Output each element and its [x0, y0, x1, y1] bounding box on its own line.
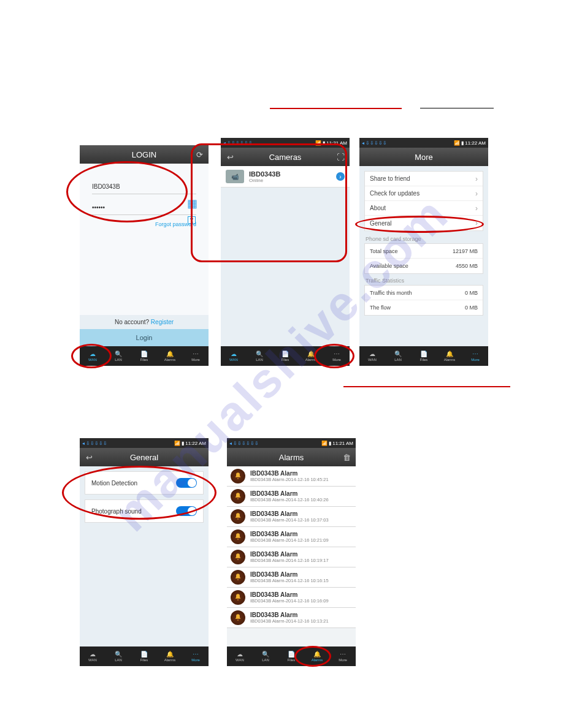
- nav-more[interactable]: ⋯More: [183, 346, 209, 366]
- more-item-general[interactable]: General›: [365, 216, 483, 230]
- nav-wan[interactable]: ☁WAN: [80, 346, 105, 366]
- alarm-row[interactable]: IBD0343B AlarmIBD0343B Alarm-2014-12-16 …: [227, 466, 356, 487]
- annotation-redline-top: [270, 108, 402, 109]
- expand-icon[interactable]: ⛶: [331, 148, 350, 166]
- bell-icon: [231, 550, 245, 564]
- screenshot-alarms: ◂ ⇩⇩⇩⇩⇩⇩ 📶 ▮11:21 AM Alarms 🗑 IBD0343B A…: [227, 438, 356, 666]
- bell-icon: [231, 610, 245, 625]
- photo-toggle[interactable]: [176, 506, 197, 516]
- nav-more[interactable]: ⋯More: [462, 346, 488, 366]
- refresh-icon[interactable]: ⟳: [190, 145, 209, 164]
- motion-label: Motion Detection: [91, 480, 137, 487]
- nav-alarms[interactable]: 🔔Alarms: [298, 346, 324, 366]
- no-account-text: No account? Register: [80, 319, 209, 325]
- bell-icon: [231, 570, 245, 585]
- nav-more[interactable]: ⋯More: [330, 646, 356, 666]
- chevron-right-icon: ›: [475, 204, 478, 213]
- camera-name: IBD0343B: [249, 170, 345, 178]
- nav-wan[interactable]: ☁WAN: [227, 646, 253, 666]
- nav-files[interactable]: 📄Files: [278, 646, 304, 666]
- nav-more[interactable]: ⋯More: [324, 346, 350, 366]
- motion-detection-row: Motion Detection: [85, 471, 204, 495]
- bell-icon: [231, 529, 245, 544]
- nav-lan[interactable]: 🔍LAN: [105, 346, 131, 366]
- screenshot-login: LOGIN ⟳ IBD0343B •••••• ▦ ⚿ Forgot passw…: [80, 145, 209, 366]
- title: Cameras: [269, 153, 302, 162]
- back-icon[interactable]: ↩: [80, 448, 98, 466]
- chevron-right-icon: ›: [475, 219, 478, 227]
- nav-files[interactable]: 📄Files: [131, 346, 157, 366]
- titlebar-cameras: ↩ Cameras ⛶: [221, 148, 350, 166]
- username-input[interactable]: IBD0343B: [92, 180, 196, 194]
- no-account-label: No account?: [115, 319, 149, 325]
- alarm-row[interactable]: IBD0343B AlarmIBD0343B Alarm-2014-12-16 …: [227, 567, 356, 588]
- alarm-row[interactable]: IBD0343B AlarmIBD0343B Alarm-2014-12-16 …: [227, 507, 356, 527]
- statusbar: ◂ ⇩⇩⇩⇩⇩⇩ 📶 ▮11:21 AM: [227, 438, 356, 448]
- bottom-nav: ☁WAN 🔍LAN 📄Files 🔔Alarms ⋯More: [227, 646, 356, 666]
- photo-label: Photograph sound: [91, 508, 142, 515]
- chevron-right-icon: ›: [475, 175, 478, 183]
- nav-lan[interactable]: 🔍LAN: [247, 346, 272, 366]
- annotation-blackline-top: [420, 108, 494, 108]
- flow-row: The flow0 MB: [365, 300, 483, 315]
- nav-wan[interactable]: ☁WAN: [359, 346, 385, 366]
- nav-more[interactable]: ⋯More: [183, 646, 209, 666]
- more-item-share[interactable]: Share to friend›: [365, 172, 483, 186]
- statusbar: ◂ ⇩⇩⇩⇩⇩⇩ 📶 ▮11:21 AM: [221, 138, 350, 148]
- nav-alarms[interactable]: 🔔Alarms: [437, 346, 462, 366]
- title: LOGIN: [132, 150, 156, 159]
- camera-row[interactable]: 📹 IBD0343B Online ›: [221, 166, 350, 188]
- total-space-row: Total space12197 MB: [365, 244, 483, 259]
- bell-icon: [231, 489, 245, 504]
- traffic-month-row: Traffic this month0 MB: [365, 286, 483, 300]
- screenshot-more: ◂ ⇩⇩⇩⇩⇩ 📶 ▮11:22 AM More Share to friend…: [359, 138, 488, 366]
- more-item-about[interactable]: About›: [365, 201, 483, 216]
- available-space-row: Available space4550 MB: [365, 259, 483, 273]
- statusbar: ◂ ⇩⇩⇩⇩⇩ 📶 ▮11:22 AM: [359, 138, 488, 148]
- title: More: [415, 153, 433, 162]
- nav-files[interactable]: 📄Files: [272, 346, 298, 366]
- trash-icon[interactable]: 🗑: [337, 448, 356, 466]
- login-button[interactable]: Login: [80, 329, 209, 346]
- title: General: [130, 453, 158, 462]
- register-link[interactable]: Register: [151, 319, 174, 325]
- title: Alarms: [279, 453, 304, 462]
- nav-files[interactable]: 📄Files: [131, 646, 157, 666]
- bottom-nav: ☁WAN 🔍LAN 📄Files 🔔Alarms ⋯More: [80, 646, 209, 666]
- qr-icon[interactable]: ▦: [187, 197, 197, 210]
- nav-lan[interactable]: 🔍LAN: [253, 646, 278, 666]
- motion-toggle[interactable]: [176, 478, 197, 488]
- chevron-right-icon[interactable]: ›: [336, 172, 345, 181]
- key-icon[interactable]: ⚿: [187, 215, 197, 226]
- nav-lan[interactable]: 🔍LAN: [385, 346, 411, 366]
- screenshot-general: ◂ ⇩⇩⇩⇩⇩ 📶 ▮11:22 AM ↩ General Motion Det…: [80, 438, 209, 666]
- alarm-row[interactable]: IBD0343B AlarmIBD0343B Alarm-2014-12-16 …: [227, 527, 356, 547]
- nav-files[interactable]: 📄Files: [411, 346, 437, 366]
- more-item-updates[interactable]: Check for updates›: [365, 186, 483, 201]
- nav-wan[interactable]: ☁WAN: [221, 346, 247, 366]
- camera-status: Online: [249, 178, 345, 183]
- bell-icon: [231, 509, 245, 524]
- nav-wan[interactable]: ☁WAN: [80, 646, 105, 666]
- traffic-section-label: Traffic Statistics: [366, 278, 482, 284]
- titlebar-alarms: Alarms 🗑: [227, 448, 356, 466]
- alarm-row[interactable]: IBD0343B AlarmIBD0343B Alarm-2014-12-16 …: [227, 487, 356, 507]
- titlebar-login: LOGIN ⟳: [80, 145, 209, 164]
- nav-alarms[interactable]: 🔔Alarms: [157, 346, 183, 366]
- forgot-password-link[interactable]: Forgot password: [80, 221, 196, 227]
- more-menu-list: Share to friend› Check for updates› Abou…: [364, 171, 483, 231]
- bell-icon: [231, 590, 245, 605]
- nav-alarms[interactable]: 🔔Alarms: [157, 646, 183, 666]
- screenshot-cameras: ◂ ⇩⇩⇩⇩⇩⇩ 📶 ▮11:21 AM ↩ Cameras ⛶ 📹 IBD03…: [221, 138, 350, 366]
- nav-alarms[interactable]: 🔔Alarms: [304, 646, 330, 666]
- alarm-row[interactable]: IBD0343B AlarmIBD0343B Alarm-2014-12-16 …: [227, 608, 356, 628]
- chevron-right-icon: ›: [475, 189, 478, 198]
- password-input[interactable]: ••••••: [92, 200, 196, 215]
- titlebar-more: More: [359, 148, 488, 166]
- back-icon[interactable]: ↩: [221, 148, 239, 166]
- nav-lan[interactable]: 🔍LAN: [105, 646, 131, 666]
- alarm-row[interactable]: IBD0343B AlarmIBD0343B Alarm-2014-12-16 …: [227, 588, 356, 608]
- alarm-row[interactable]: IBD0343B AlarmIBD0343B Alarm-2014-12-16 …: [227, 547, 356, 567]
- annotation-redline-middle: [343, 386, 510, 387]
- titlebar-general: ↩ General: [80, 448, 209, 466]
